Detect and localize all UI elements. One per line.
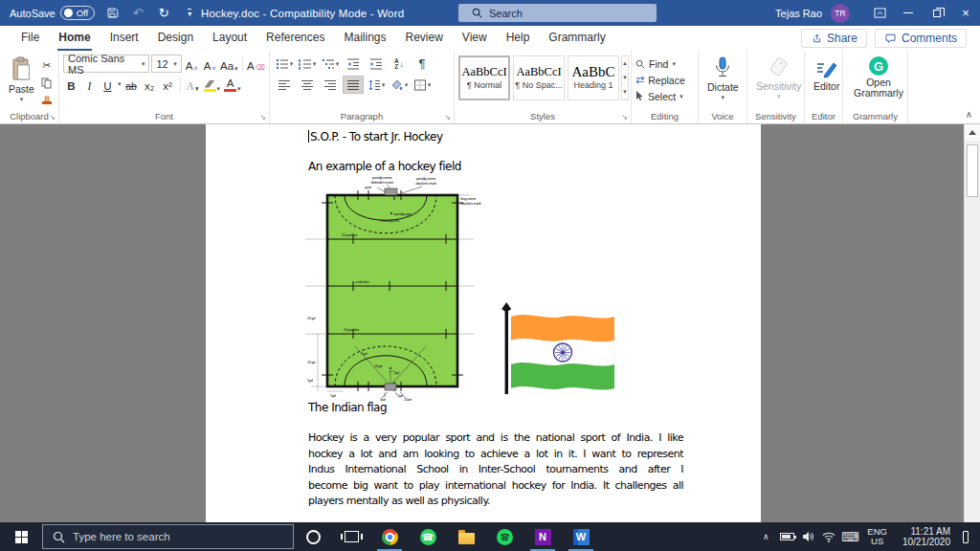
- clock[interactable]: 11:21 AM10/21/2020: [902, 522, 950, 551]
- action-center-button[interactable]: [959, 522, 980, 551]
- superscript-button[interactable]: x²: [160, 76, 176, 93]
- qat-customize-button[interactable]: ▾: [181, 4, 198, 23]
- editor-button[interactable]: Editor: [809, 54, 844, 92]
- bold-button[interactable]: B: [63, 76, 79, 93]
- multilevel-list-button[interactable]: ▾: [320, 55, 341, 73]
- numbering-button[interactable]: ▾: [297, 55, 318, 73]
- group-sensitivity: Sensitivity ▾ Sensitivity: [747, 51, 805, 123]
- restore-button[interactable]: [923, 0, 951, 26]
- italic-button[interactable]: I: [81, 76, 98, 93]
- text-effects-button[interactable]: A▾: [185, 76, 201, 93]
- start-button[interactable]: [0, 522, 42, 551]
- save-button[interactable]: [103, 4, 121, 23]
- language-indicator[interactable]: ENGUS: [867, 522, 887, 551]
- font-color-button[interactable]: A▾: [223, 76, 242, 93]
- font-name-select[interactable]: Comic Sans MS▾: [63, 55, 149, 73]
- undo-button[interactable]: ↶: [129, 4, 146, 23]
- clipboard-dialog-launcher[interactable]: ↘: [49, 114, 56, 121]
- cortana-button[interactable]: [294, 522, 332, 551]
- taskbar-file-explorer[interactable]: [447, 522, 485, 551]
- collapse-ribbon-button[interactable]: ∧: [966, 109, 972, 120]
- paste-button[interactable]: Paste ▾: [4, 54, 39, 108]
- tab-references[interactable]: References: [256, 26, 334, 51]
- styles-dialog-launcher[interactable]: ↘: [621, 114, 628, 121]
- decrease-indent-button[interactable]: [343, 55, 364, 73]
- strikethrough-button[interactable]: ab: [123, 76, 140, 93]
- align-right-button[interactable]: [320, 76, 341, 94]
- highlight-button[interactable]: ▾: [203, 76, 222, 93]
- style-heading-1[interactable]: AaBbC Heading 1: [568, 55, 619, 100]
- tab-file[interactable]: File: [11, 26, 49, 51]
- tab-mailings[interactable]: Mailings: [334, 26, 395, 51]
- sort-button[interactable]: AZ↓: [389, 55, 410, 73]
- sensitivity-button[interactable]: Sensitivity ▾: [751, 54, 806, 99]
- shading-button[interactable]: ▾: [389, 76, 410, 94]
- select-button[interactable]: Select ▾: [635, 88, 683, 104]
- tab-layout[interactable]: Layout: [203, 26, 256, 51]
- taskbar-search[interactable]: Type here to search: [42, 524, 294, 549]
- font-size-select[interactable]: 12▾: [151, 55, 181, 73]
- tray-volume[interactable]: [797, 522, 818, 551]
- taskbar-chrome[interactable]: [370, 522, 409, 551]
- align-center-button[interactable]: [297, 76, 318, 94]
- close-button[interactable]: ×: [951, 0, 980, 26]
- share-button[interactable]: Share: [801, 29, 867, 48]
- tray-wifi[interactable]: [818, 522, 839, 551]
- avatar[interactable]: TR: [831, 4, 850, 23]
- taskbar-word[interactable]: W: [562, 522, 600, 551]
- open-grammarly-button[interactable]: G Open Grammarly: [847, 54, 910, 99]
- font-dialog-launcher[interactable]: ↘: [259, 114, 266, 121]
- styles-more[interactable]: ▼: [622, 85, 628, 99]
- subscript-button[interactable]: x₂: [142, 76, 158, 93]
- task-view-button[interactable]: [332, 522, 370, 551]
- tray-battery[interactable]: [776, 522, 797, 551]
- grow-font-button[interactable]: A˄: [184, 55, 200, 73]
- taskbar-whatsapp[interactable]: ☎: [409, 522, 447, 551]
- user-name[interactable]: Tejas Rao: [775, 8, 822, 19]
- scrollbar-thumb[interactable]: [967, 144, 978, 197]
- styles-scroll-up[interactable]: ▲: [622, 56, 628, 71]
- format-painter-button[interactable]: [39, 94, 55, 108]
- vertical-scrollbar[interactable]: [964, 124, 980, 522]
- dictate-button[interactable]: Dictate ▾: [702, 54, 744, 100]
- underline-button[interactable]: U: [100, 76, 116, 93]
- ribbon-display-options-button[interactable]: [865, 0, 894, 26]
- increase-indent-button[interactable]: [366, 55, 387, 73]
- copy-button[interactable]: [39, 77, 55, 91]
- titlebar-search[interactable]: Search: [458, 4, 657, 22]
- paragraph-dialog-launcher[interactable]: ↘: [444, 114, 451, 121]
- autosave-pill[interactable]: Off: [60, 6, 96, 20]
- redo-button[interactable]: ↻: [155, 4, 172, 23]
- show-marks-button[interactable]: ¶: [412, 55, 433, 73]
- styles-scroll-down[interactable]: ▼: [622, 71, 628, 85]
- tab-home[interactable]: Home: [49, 26, 100, 51]
- minimize-button[interactable]: [894, 0, 923, 26]
- align-left-button[interactable]: [274, 76, 295, 94]
- replace-button[interactable]: ⇄ Replace: [635, 72, 685, 88]
- clear-formatting-button[interactable]: A⌫: [247, 55, 265, 73]
- taskbar-onenote[interactable]: N: [523, 522, 562, 551]
- tab-review[interactable]: Review: [395, 26, 452, 51]
- style-normal[interactable]: AaBbCcI ¶ Normal: [458, 55, 510, 100]
- bullets-button[interactable]: ▾: [274, 55, 295, 73]
- borders-button[interactable]: ▾: [412, 76, 433, 94]
- style-no-spacing[interactable]: AaBbCcI ¶ No Spac...: [513, 55, 565, 100]
- shrink-font-button[interactable]: A˅: [202, 55, 218, 73]
- justify-button[interactable]: [343, 76, 364, 94]
- comments-button[interactable]: Comments: [875, 29, 967, 48]
- tab-insert[interactable]: Insert: [100, 26, 148, 51]
- cut-button[interactable]: ✂: [39, 58, 55, 73]
- line-spacing-button[interactable]: ▾: [366, 76, 387, 94]
- tray-show-hidden-icons[interactable]: ∧: [755, 522, 776, 551]
- tab-help[interactable]: Help: [497, 26, 540, 51]
- autosave-toggle[interactable]: AutoSave Off: [10, 6, 95, 20]
- tab-grammarly[interactable]: Grammarly: [539, 26, 614, 51]
- taskbar-spotify[interactable]: [485, 522, 523, 551]
- change-case-button[interactable]: Aa▾: [220, 55, 238, 73]
- tray-touch-keyboard[interactable]: ⌨: [839, 522, 860, 551]
- document-page[interactable]: S.O.P. - To start Jr. Hockey An example …: [206, 124, 761, 522]
- tab-design[interactable]: Design: [148, 26, 203, 51]
- find-button[interactable]: Find ▾: [635, 55, 676, 72]
- scrollbar-up-button[interactable]: [965, 124, 980, 141]
- tab-view[interactable]: View: [453, 26, 497, 51]
